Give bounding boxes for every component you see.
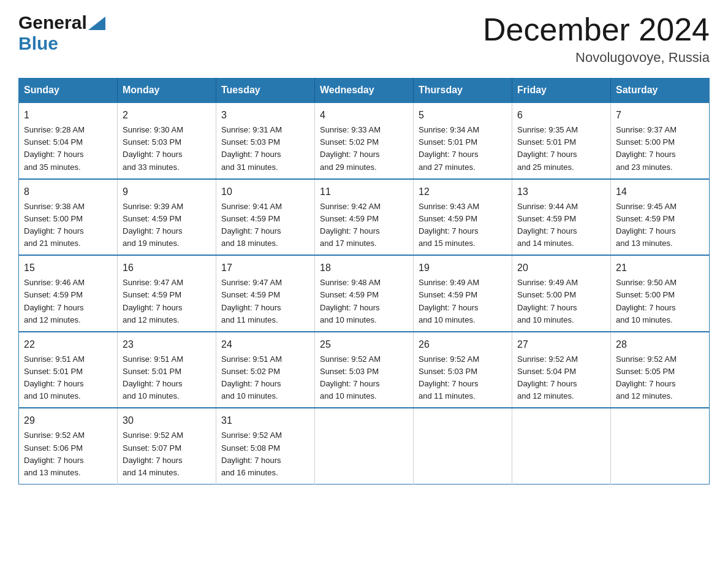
calendar-day-cell: 10Sunrise: 9:41 AMSunset: 4:59 PMDayligh… [216,179,315,256]
calendar-day-cell: 24Sunrise: 9:51 AMSunset: 5:02 PMDayligh… [216,332,315,408]
day-info: Sunrise: 9:48 AMSunset: 4:59 PMDaylight:… [320,277,408,326]
day-number: 17 [221,261,309,275]
day-of-week-header: Sunday [19,79,118,103]
day-number: 10 [221,185,309,199]
calendar-day-cell: 23Sunrise: 9:51 AMSunset: 5:01 PMDayligh… [118,332,216,408]
day-info: Sunrise: 9:52 AMSunset: 5:03 PMDaylight:… [320,353,408,403]
calendar-day-cell [315,408,414,484]
day-info: Sunrise: 9:30 AMSunset: 5:03 PMDaylight:… [123,124,211,174]
day-number: 7 [616,108,704,123]
calendar-day-cell: 3Sunrise: 9:31 AMSunset: 5:03 PMDaylight… [216,102,315,179]
day-info: Sunrise: 9:52 AMSunset: 5:06 PMDaylight:… [24,429,112,479]
calendar-week-row: 15Sunrise: 9:46 AMSunset: 4:59 PMDayligh… [19,255,710,332]
calendar-day-cell: 30Sunrise: 9:52 AMSunset: 5:07 PMDayligh… [118,408,216,484]
svg-marker-0 [88,17,105,30]
day-info: Sunrise: 9:49 AMSunset: 4:59 PMDaylight:… [419,277,507,326]
calendar-day-cell: 27Sunrise: 9:52 AMSunset: 5:04 PMDayligh… [512,332,611,408]
calendar-day-cell [611,408,710,484]
calendar-week-row: 8Sunrise: 9:38 AMSunset: 5:00 PMDaylight… [19,179,710,256]
calendar-day-cell: 4Sunrise: 9:33 AMSunset: 5:02 PMDaylight… [315,102,414,179]
calendar-week-row: 22Sunrise: 9:51 AMSunset: 5:01 PMDayligh… [19,332,710,408]
title-block: December 2024 Novolugovoye, Russia [483,12,710,66]
month-title: December 2024 [483,12,710,47]
calendar-day-cell: 25Sunrise: 9:52 AMSunset: 5:03 PMDayligh… [315,332,414,408]
calendar-day-cell: 5Sunrise: 9:34 AMSunset: 5:01 PMDaylight… [414,102,512,179]
day-info: Sunrise: 9:35 AMSunset: 5:01 PMDaylight:… [517,124,605,174]
day-number: 24 [221,337,309,352]
day-number: 13 [517,185,605,199]
calendar-day-cell: 9Sunrise: 9:39 AMSunset: 4:59 PMDaylight… [118,179,216,256]
calendar-week-row: 1Sunrise: 9:28 AMSunset: 5:04 PMDaylight… [19,102,710,179]
day-info: Sunrise: 9:38 AMSunset: 5:00 PMDaylight:… [24,201,112,250]
calendar-day-cell: 20Sunrise: 9:49 AMSunset: 5:00 PMDayligh… [512,255,611,332]
day-info: Sunrise: 9:51 AMSunset: 5:01 PMDaylight:… [123,353,211,403]
calendar-day-cell: 7Sunrise: 9:37 AMSunset: 5:00 PMDaylight… [611,102,710,179]
day-number: 5 [419,108,507,123]
day-number: 28 [616,337,704,352]
calendar-day-cell: 11Sunrise: 9:42 AMSunset: 4:59 PMDayligh… [315,179,414,256]
day-number: 16 [123,261,211,275]
calendar-day-cell: 13Sunrise: 9:44 AMSunset: 4:59 PMDayligh… [512,179,611,256]
calendar-day-cell: 18Sunrise: 9:48 AMSunset: 4:59 PMDayligh… [315,255,414,332]
calendar-day-cell: 14Sunrise: 9:45 AMSunset: 4:59 PMDayligh… [611,179,710,256]
day-number: 29 [24,413,112,428]
day-number: 3 [221,108,309,123]
calendar-day-cell: 22Sunrise: 9:51 AMSunset: 5:01 PMDayligh… [19,332,118,408]
day-number: 11 [320,185,408,199]
calendar-day-cell: 8Sunrise: 9:38 AMSunset: 5:00 PMDaylight… [19,179,118,256]
day-info: Sunrise: 9:50 AMSunset: 5:00 PMDaylight:… [616,277,704,326]
day-number: 2 [123,108,211,123]
day-info: Sunrise: 9:42 AMSunset: 4:59 PMDaylight:… [320,201,408,250]
day-info: Sunrise: 9:47 AMSunset: 4:59 PMDaylight:… [123,277,211,326]
calendar-day-cell: 17Sunrise: 9:47 AMSunset: 4:59 PMDayligh… [216,255,315,332]
day-info: Sunrise: 9:47 AMSunset: 4:59 PMDaylight:… [221,277,309,326]
day-number: 12 [419,185,507,199]
day-of-week-header: Friday [512,79,611,103]
day-info: Sunrise: 9:52 AMSunset: 5:05 PMDaylight:… [616,353,704,403]
calendar-day-cell: 2Sunrise: 9:30 AMSunset: 5:03 PMDaylight… [118,102,216,179]
day-number: 8 [24,185,112,199]
day-number: 27 [517,337,605,352]
day-number: 6 [517,108,605,123]
day-number: 26 [419,337,507,352]
logo-triangle-icon [88,17,105,30]
calendar-day-cell: 29Sunrise: 9:52 AMSunset: 5:06 PMDayligh… [19,408,118,484]
day-info: Sunrise: 9:52 AMSunset: 5:08 PMDaylight:… [221,429,309,479]
day-of-week-header: Monday [118,79,216,103]
day-of-week-header: Tuesday [216,79,315,103]
day-number: 15 [24,261,112,275]
calendar-day-cell: 21Sunrise: 9:50 AMSunset: 5:00 PMDayligh… [611,255,710,332]
day-number: 30 [123,413,211,428]
day-info: Sunrise: 9:44 AMSunset: 4:59 PMDaylight:… [517,201,605,250]
day-number: 14 [616,185,704,199]
day-number: 19 [419,261,507,275]
day-info: Sunrise: 9:33 AMSunset: 5:02 PMDaylight:… [320,124,408,174]
calendar-day-cell: 28Sunrise: 9:52 AMSunset: 5:05 PMDayligh… [611,332,710,408]
calendar-day-cell: 1Sunrise: 9:28 AMSunset: 5:04 PMDaylight… [19,102,118,179]
calendar-day-cell: 26Sunrise: 9:52 AMSunset: 5:03 PMDayligh… [414,332,512,408]
calendar-header-row: SundayMondayTuesdayWednesdayThursdayFrid… [19,79,710,103]
day-number: 4 [320,108,408,123]
calendar-day-cell [512,408,611,484]
calendar-day-cell: 31Sunrise: 9:52 AMSunset: 5:08 PMDayligh… [216,408,315,484]
day-info: Sunrise: 9:46 AMSunset: 4:59 PMDaylight:… [24,277,112,326]
logo-general-text: General [18,12,87,33]
day-number: 1 [24,108,112,123]
calendar-day-cell: 19Sunrise: 9:49 AMSunset: 4:59 PMDayligh… [414,255,512,332]
day-number: 20 [517,261,605,275]
page-header: General Blue December 2024 Novolugovoye,… [18,12,710,66]
day-number: 25 [320,337,408,352]
day-of-week-header: Wednesday [315,79,414,103]
day-info: Sunrise: 9:49 AMSunset: 5:00 PMDaylight:… [517,277,605,326]
day-of-week-header: Thursday [414,79,512,103]
day-info: Sunrise: 9:41 AMSunset: 4:59 PMDaylight:… [221,201,309,250]
day-info: Sunrise: 9:43 AMSunset: 4:59 PMDaylight:… [419,201,507,250]
day-number: 21 [616,261,704,275]
day-info: Sunrise: 9:39 AMSunset: 4:59 PMDaylight:… [123,201,211,250]
logo-blue-text: Blue [18,33,58,54]
logo: General Blue [18,12,105,54]
day-info: Sunrise: 9:37 AMSunset: 5:00 PMDaylight:… [616,124,704,174]
day-info: Sunrise: 9:52 AMSunset: 5:04 PMDaylight:… [517,353,605,403]
day-number: 9 [123,185,211,199]
day-info: Sunrise: 9:52 AMSunset: 5:03 PMDaylight:… [419,353,507,403]
